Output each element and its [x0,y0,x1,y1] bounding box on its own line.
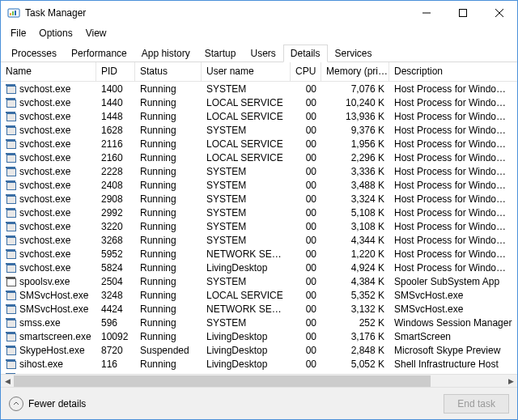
cell-description: SMSvcHost.exe [389,303,517,315]
cell-pid: 1448 [96,111,135,122]
table-row[interactable]: svchost.exe2408RunningSYSTEM003,488 KHos… [1,178,517,192]
cell-cpu: 00 [291,152,321,163]
table-row[interactable]: SMSvcHost.exe4424RunningNETWORK SERVICE0… [1,302,517,316]
tab-details[interactable]: Details [283,45,328,62]
cell-user: SYSTEM [202,276,291,287]
cell-cpu: 00 [291,358,321,370]
tab-app-history[interactable]: App history [134,45,197,62]
column-header-description[interactable]: Description [389,62,517,81]
cell-pid: 2228 [96,166,135,177]
table-row[interactable]: svchost.exe5952RunningNETWORK SERVICE001… [1,247,517,261]
table-row[interactable]: svchost.exe1440RunningLOCAL SERVICE0010,… [1,95,517,109]
cell-status: Running [135,125,202,136]
cell-status: Running [135,166,202,177]
fewer-details-label: Fewer details [28,398,86,409]
cell-memory: 9,376 K [321,125,389,136]
column-header-name[interactable]: Name [1,62,96,81]
fewer-details-button[interactable]: Fewer details [9,397,86,411]
cell-cpu: 00 [291,207,321,218]
cell-user: SYSTEM [202,125,291,136]
grid-body[interactable]: svchost.exe1400RunningSYSTEM007,076 KHos… [1,82,517,374]
table-row[interactable]: svchost.exe2160RunningLOCAL SERVICE002,2… [1,151,517,164]
scroll-left-icon[interactable]: ◀ [1,375,14,388]
cell-cpu: 00 [291,83,321,95]
maximize-button[interactable] [444,1,481,25]
table-row[interactable]: svchost.exe2992RunningSYSTEM005,108 KHos… [1,206,517,219]
cell-name: svchost.exe [1,235,96,246]
table-row[interactable]: svchost.exe2908RunningSYSTEM003,324 KHos… [1,192,517,206]
table-row[interactable]: svchost.exe3220RunningSYSTEM003,108 KHos… [1,219,517,233]
cell-pid: 10092 [96,331,135,342]
table-row[interactable]: svchost.exe1400RunningSYSTEM007,076 KHos… [1,82,517,95]
minimize-button[interactable] [408,1,444,25]
cell-status: Suspended [135,345,202,356]
tab-performance[interactable]: Performance [64,45,134,62]
cell-description: Host Process for Windows Serv [389,166,517,177]
close-button[interactable] [481,1,517,25]
column-header-cpu[interactable]: CPU [291,62,321,81]
cell-description: Windows Session Manager [389,317,517,329]
horizontal-scrollbar[interactable]: ◀ ▶ [1,374,517,387]
table-row[interactable]: svchost.exe2116RunningLOCAL SERVICE001,9… [1,137,517,151]
cell-description: Host Process for Windows Serv [389,125,517,136]
cell-name: smss.exe [1,317,96,329]
tab-bar: Processes Performance App history Startu… [1,41,517,62]
table-row[interactable]: SMSvcHost.exe3248RunningLOCAL SERVICE005… [1,288,517,302]
table-row[interactable]: svchost.exe1628RunningSYSTEM009,376 KHos… [1,123,517,137]
column-header-memory[interactable]: Memory (pri… [321,62,389,81]
table-row[interactable]: smartscreen.exe10092RunningLivingDesktop… [1,329,517,343]
cell-description: Host Process for Windows Serv [389,180,517,191]
table-row[interactable]: svchost.exe1448RunningLOCAL SERVICE0013,… [1,109,517,123]
cell-memory: 7,076 K [321,83,389,95]
table-row[interactable]: spoolsv.exe2504RunningSYSTEM004,384 KSpo… [1,274,517,288]
cell-status: Running [135,111,202,122]
app-icon [7,6,20,19]
menu-file[interactable]: File [4,26,32,40]
tab-processes[interactable]: Processes [4,45,64,62]
cell-description: SmartScreen [389,331,517,342]
title-bar: Task Manager [1,1,517,25]
cell-user: LivingDesktop [202,358,291,370]
process-name: spoolsv.exe [19,276,70,287]
column-header-status[interactable]: Status [135,62,202,81]
cell-name: svchost.exe [1,193,96,205]
scroll-track[interactable] [14,375,504,388]
tab-startup[interactable]: Startup [197,45,244,62]
cell-name: svchost.exe [1,83,96,95]
process-name: SMSvcHost.exe [19,303,88,315]
cell-name: svchost.exe [1,180,96,191]
cell-memory: 3,488 K [321,180,389,191]
column-header-pid[interactable]: PID [96,62,135,81]
cell-status: Running [135,97,202,108]
process-icon [6,193,17,205]
tab-services[interactable]: Services [328,45,380,62]
process-icon [6,111,17,122]
tab-users[interactable]: Users [243,45,282,62]
table-row[interactable]: smss.exe596RunningSYSTEM00252 KWindows S… [1,316,517,329]
cell-memory: 3,336 K [321,166,389,177]
cell-user: LOCAL SERVICE [202,138,291,150]
process-name: svchost.exe [19,180,70,191]
process-name: svchost.exe [19,166,70,177]
table-row[interactable]: svchost.exe3268RunningSYSTEM004,344 KHos… [1,233,517,247]
cell-user: LivingDesktop [202,345,291,356]
cell-user: LivingDesktop [202,262,291,274]
table-row[interactable]: svchost.exe5824RunningLivingDesktop004,9… [1,261,517,274]
menu-options[interactable]: Options [32,26,79,40]
process-name: svchost.exe [19,207,70,218]
scroll-right-icon[interactable]: ▶ [504,375,517,388]
end-task-button[interactable]: End task [444,394,509,414]
table-row[interactable]: svchost.exe2228RunningSYSTEM003,336 KHos… [1,164,517,178]
menu-view[interactable]: View [79,26,113,40]
table-row[interactable]: SkypeHost.exe8720SuspendedLivingDesktop0… [1,343,517,357]
cell-cpu: 00 [291,331,321,342]
scroll-thumb[interactable] [14,375,431,387]
column-header-user[interactable]: User name [202,62,291,81]
window-controls [408,1,517,25]
cell-pid: 2160 [96,152,135,163]
process-name: svchost.exe [19,83,70,95]
cell-status: Running [135,262,202,274]
cell-status: Running [135,235,202,246]
table-row[interactable]: sihost.exe116RunningLivingDesktop005,052… [1,357,517,371]
cell-description: Shell Infrastructure Host [389,358,517,370]
